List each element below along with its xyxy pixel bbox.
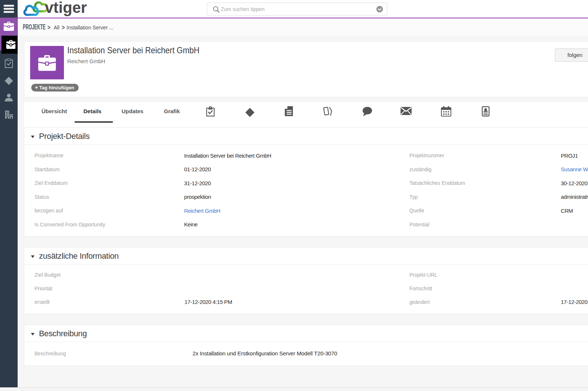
svg-text:vtiger: vtiger (45, 0, 87, 16)
